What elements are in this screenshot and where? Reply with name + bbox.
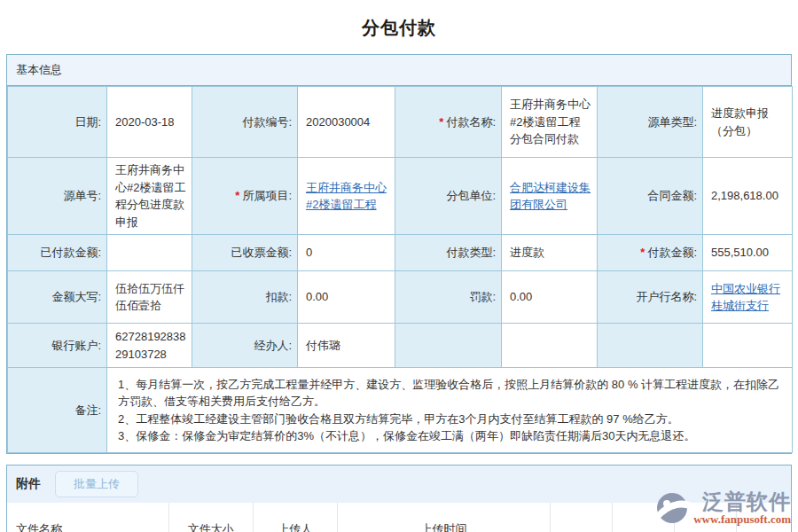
empty-value — [502, 324, 598, 368]
penalty-label: 罚款: — [395, 271, 502, 324]
date-value: 2020-03-18 — [107, 87, 192, 158]
source-number-value: 王府井商务中心#2楼遗留工程分包进度款申报 — [107, 158, 192, 235]
table-row: 已付款金额: 已收票金额: 0 付款类型: 进度款 *付款金额: 555,510… — [8, 235, 793, 271]
payment-name-value: 王府井商务中心#2楼遗留工程分包合同付款 — [502, 87, 598, 158]
paid-amount-value — [107, 235, 192, 271]
table-row: 备注: 1、每月结算一次，按乙方完成工程量并经甲方、建设方、监理验收合格后，按照… — [8, 368, 793, 453]
project-link[interactable]: 王府井商务中心#2楼遗留工程 — [306, 181, 387, 212]
deduction-value: 0.00 — [298, 271, 395, 324]
source-number-label: 源单号: — [8, 158, 107, 235]
basic-info-section-header: 基本信息 — [7, 55, 791, 86]
handler-value: 付伟璐 — [298, 324, 395, 368]
required-asterisk: * — [640, 246, 645, 259]
watermark-url: www.fanpusoft.com — [693, 512, 791, 527]
batch-upload-button[interactable]: 批量上传 — [55, 471, 138, 497]
column-header-upload-time: 上传时间 — [337, 503, 550, 532]
project-label: *所属项目: — [192, 158, 298, 235]
required-asterisk: * — [439, 115, 443, 129]
subcontract-unit-link[interactable]: 合肥达柯建设集团有限公司 — [510, 181, 591, 212]
project-value: 王府井商务中心#2楼遗留工程 — [298, 158, 395, 235]
table-row: 日期: 2020-03-18 付款编号: 2020030004 *付款名称: 王… — [8, 87, 793, 158]
deduction-label: 扣款: — [192, 271, 298, 324]
penalty-value: 0.00 — [502, 271, 598, 324]
page-title: 分包付款 — [6, 9, 792, 54]
remark-line: 2、工程整体竣工经建设主管部门验收合格且双方结算完毕，甲方在3个月内支付至结算工… — [118, 411, 781, 428]
bank-account-label: 银行账户: — [8, 324, 107, 368]
bank-name-label: 开户行名称: — [598, 271, 703, 324]
date-label: 日期: — [8, 87, 107, 158]
basic-info-section: 基本信息 日期: 2020-03-18 付款编号: 2020030004 *付款… — [6, 54, 792, 454]
bank-name-value: 中国农业银行桂城街支行 — [703, 271, 793, 324]
payment-name-label: *付款名称: — [395, 87, 502, 158]
payment-number-label: 付款编号: — [192, 87, 298, 158]
column-header-file-name: 文件名称 — [7, 503, 168, 532]
contract-amount-label: 合同金额: — [598, 158, 703, 235]
remark-line: 3、保修金：保修金为审定结算价的3%（不计息），保修金在竣工满（两年）即缺陷责任… — [118, 427, 781, 445]
subcontract-unit-value: 合肥达柯建设集团有限公司 — [502, 158, 598, 235]
contract-amount-value: 2,198,618.00 — [703, 158, 793, 235]
table-row: 源单号: 王府井商务中心#2楼遗留工程分包进度款申报 *所属项目: 王府井商务中… — [8, 158, 793, 235]
amount-in-words-label: 金额大写: — [8, 271, 107, 324]
invoiced-amount-value: 0 — [298, 235, 395, 271]
paid-amount-label: 已付款金额: — [8, 235, 107, 271]
basic-info-table: 日期: 2020-03-18 付款编号: 2020030004 *付款名称: 王… — [7, 86, 793, 453]
watermark-brand: 泛普软件 — [702, 490, 791, 512]
empty-label — [598, 324, 703, 368]
fanpu-logo-icon — [654, 490, 690, 526]
payment-number-value: 2020030004 — [298, 87, 395, 158]
invoiced-amount-label: 已收票金额: — [192, 235, 298, 271]
page-container: 分包付款 基本信息 日期: 2020-03-18 付款编号: 202003000… — [0, 0, 798, 532]
remark-label: 备注: — [8, 368, 107, 453]
empty-value — [703, 324, 793, 368]
column-header-empty — [551, 503, 613, 532]
required-asterisk: * — [235, 189, 239, 202]
payment-type-value: 进度款 — [502, 235, 598, 271]
attachments-title: 附件 — [16, 476, 41, 492]
table-row: 金额大写: 伍拾伍万伍仟伍佰壹拾 扣款: 0.00 罚款: 0.00 开户行名称… — [8, 271, 793, 324]
payment-amount-label: *付款金额: — [598, 235, 703, 271]
remark-line: 1、每月结算一次，按乙方完成工程量并经甲方、建设方、监理验收合格后，按照上月结算… — [118, 376, 781, 411]
empty-label — [395, 324, 502, 368]
amount-in-words-value: 伍拾伍万伍仟伍佰壹拾 — [107, 271, 192, 324]
handler-label: 经办人: — [192, 324, 298, 368]
table-row: 银行账户: 6272819283829103728 经办人: 付伟璐 — [8, 324, 793, 368]
column-header-uploader: 上传人 — [253, 503, 337, 532]
vendor-watermark: 泛普软件 www.fanpusoft.com — [654, 490, 791, 527]
bank-account-value: 6272819283829103728 — [107, 324, 192, 368]
source-type-value: 进度款申报（分包） — [703, 87, 793, 158]
column-header-file-size: 文件大小 — [168, 503, 253, 532]
subcontract-unit-label: 分包单位: — [395, 158, 502, 235]
remark-value: 1、每月结算一次，按乙方完成工程量并经甲方、建设方、监理验收合格后，按照上月结算… — [107, 368, 793, 453]
bank-name-link[interactable]: 中国农业银行桂城街支行 — [711, 282, 780, 313]
source-type-label: 源单类型: — [598, 87, 703, 158]
payment-type-label: 付款类型: — [395, 235, 502, 271]
payment-amount-value: 555,510.00 — [703, 235, 793, 271]
